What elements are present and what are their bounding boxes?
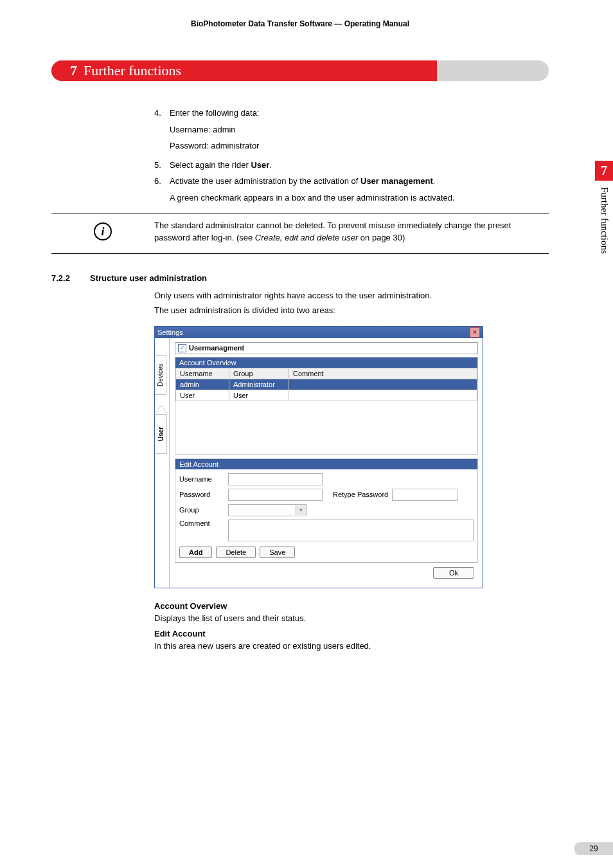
thumb-label: Further functions [599, 181, 610, 254]
step-number: 5. [154, 159, 170, 172]
desc-text: Displays the list of users and their sta… [154, 612, 549, 625]
text-part: Activate the user administration by the … [170, 176, 360, 186]
table-row[interactable]: User User [176, 390, 477, 401]
text-part: Select again the rider [170, 160, 251, 170]
cell-comment [289, 390, 477, 401]
add-button[interactable]: Add [179, 547, 212, 558]
retype-password-field[interactable] [392, 489, 458, 501]
edit-account-panel: Edit Account Username Password Retype Pa… [175, 458, 478, 563]
desc-heading: Edit Account [154, 628, 549, 640]
delete-button[interactable]: Delete [216, 547, 256, 558]
thumb-number: 7 [595, 161, 613, 181]
page-number: 29 [574, 842, 613, 855]
text-bold: User [251, 160, 269, 170]
dialog-titlebar: Settings × [155, 327, 483, 338]
cell-group: User [229, 390, 289, 401]
text-part: . [433, 176, 436, 186]
dialog-title: Settings [157, 329, 183, 336]
comment-field[interactable] [228, 520, 474, 541]
label-retype-password: Retype Password [333, 491, 388, 498]
ok-button[interactable]: Ok [433, 567, 474, 579]
table-row[interactable]: admin Administrator [176, 379, 477, 390]
panel-header: Edit Account [175, 459, 477, 469]
section-number: 7.2.2 [51, 273, 90, 283]
text-part: on page 30) [358, 233, 405, 242]
section-heading: 7.2.2 Structure user administration [51, 273, 549, 283]
step-number: 6. [154, 175, 170, 188]
info-icon: i [94, 222, 112, 240]
cell-comment [289, 379, 477, 390]
panel-header: Account Overview [175, 357, 477, 368]
running-header: BioPhotometer Data Transfer Software — O… [51, 19, 549, 28]
desc-text: In this area new users are created or ex… [154, 640, 549, 653]
step-text: Enter the following data: [170, 107, 549, 120]
tab-devices[interactable]: Devices [155, 355, 166, 395]
tab-user[interactable]: User [155, 414, 167, 454]
step-4-sub1: Username: admin [170, 123, 549, 136]
cross-ref: Create, edit and delete user [255, 233, 358, 242]
col-group[interactable]: Group [229, 368, 289, 379]
settings-dialog-screenshot: Settings × Devices User ✓ Usermanagment … [154, 326, 483, 588]
chevron-down-icon: ▾ [296, 505, 306, 515]
step-6-sub: A green checkmark appears in a box and t… [170, 192, 549, 204]
text-part: . [269, 160, 272, 170]
paragraph: The user administration is divided into … [154, 304, 549, 317]
chapter-title: Further functions [84, 62, 181, 79]
cell-username: User [176, 390, 229, 401]
separator [51, 213, 549, 213]
label-password: Password [179, 491, 224, 498]
chapter-banner: 7 Further functions [51, 60, 549, 81]
step-4: 4. Enter the following data: [154, 107, 549, 120]
step-text: Activate the user administration by the … [170, 175, 549, 188]
col-username[interactable]: Username [176, 368, 229, 379]
accounts-table: Username Group Comment admin Administrat… [175, 368, 477, 401]
group-select[interactable]: ▾ [228, 504, 306, 516]
password-field[interactable] [228, 489, 323, 501]
checkbox-checked-icon[interactable]: ✓ [178, 344, 186, 352]
separator [51, 253, 549, 254]
cell-username: admin [176, 379, 229, 390]
label-group: Group [179, 506, 224, 514]
tab-flag-icon [154, 405, 168, 414]
cell-group: Administrator [229, 379, 289, 390]
desc-heading: Account Overview [154, 600, 549, 613]
step-6: 6. Activate the user administration by t… [154, 175, 549, 188]
save-button[interactable]: Save [260, 547, 295, 558]
section-title: Structure user administration [90, 273, 207, 283]
usermanagement-toggle[interactable]: ✓ Usermanagment [175, 342, 478, 354]
step-text: Select again the rider User. [170, 159, 549, 172]
table-header-row: Username Group Comment [176, 368, 477, 379]
paragraph: Only users with administrator rights hav… [154, 289, 549, 302]
text-bold: User management [360, 176, 433, 186]
step-5: 5. Select again the rider User. [154, 159, 549, 172]
checkbox-label: Usermanagment [189, 344, 244, 352]
account-overview-panel: Account Overview Username Group Comment … [175, 357, 478, 455]
step-number: 4. [154, 107, 170, 120]
label-username: Username [179, 475, 224, 483]
username-field[interactable] [228, 473, 323, 485]
col-comment[interactable]: Comment [289, 368, 477, 379]
info-text: The standard administrator cannot be del… [154, 220, 549, 244]
vertical-tabs: Devices User [155, 338, 170, 588]
close-icon[interactable]: × [470, 327, 480, 338]
chapter-number: 7 [51, 62, 84, 79]
info-note: i The standard administrator cannot be d… [51, 220, 549, 244]
step-4-sub2: Password: administrator [170, 140, 549, 152]
thumb-index: 7 Further functions [595, 161, 613, 254]
label-comment: Comment [179, 520, 224, 527]
